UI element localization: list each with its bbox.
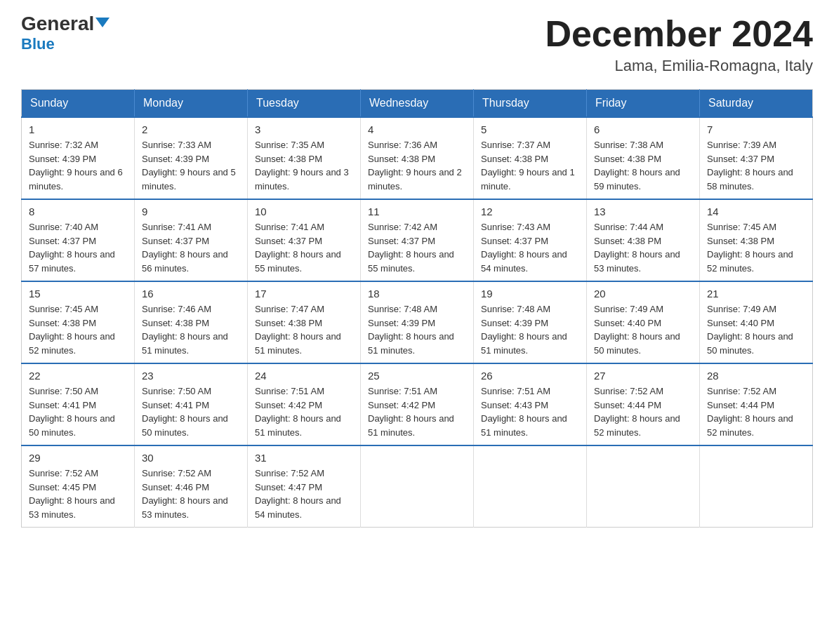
day-number: 3 xyxy=(255,123,353,135)
day-number: 15 xyxy=(29,288,127,300)
sunset-label: Sunset: 4:44 PM xyxy=(707,400,774,410)
sunrise-label: Sunrise: 7:37 AM xyxy=(481,140,550,150)
daylight-label: Daylight: 8 hours and 51 minutes. xyxy=(368,413,454,438)
day-number: 24 xyxy=(255,370,353,382)
sunrise-label: Sunrise: 7:39 AM xyxy=(707,140,776,150)
calendar-cell: 19 Sunrise: 7:48 AM Sunset: 4:39 PM Dayl… xyxy=(474,281,587,363)
day-info: Sunrise: 7:47 AM Sunset: 4:38 PM Dayligh… xyxy=(255,302,353,357)
day-info: Sunrise: 7:49 AM Sunset: 4:40 PM Dayligh… xyxy=(707,302,805,357)
sunset-label: Sunset: 4:42 PM xyxy=(368,400,435,410)
daylight-label: Daylight: 8 hours and 50 minutes. xyxy=(142,413,228,438)
calendar-cell: 21 Sunrise: 7:49 AM Sunset: 4:40 PM Dayl… xyxy=(700,281,813,363)
daylight-label: Daylight: 8 hours and 55 minutes. xyxy=(255,249,341,274)
daylight-label: Daylight: 8 hours and 51 minutes. xyxy=(368,331,454,356)
daylight-label: Daylight: 8 hours and 51 minutes. xyxy=(255,331,341,356)
logo-general: General xyxy=(21,14,110,34)
header-thursday: Thursday xyxy=(474,90,587,118)
daylight-label: Daylight: 8 hours and 56 minutes. xyxy=(142,249,228,274)
day-number: 7 xyxy=(707,123,805,135)
sunrise-label: Sunrise: 7:49 AM xyxy=(707,304,776,314)
day-number: 23 xyxy=(142,370,240,382)
day-number: 8 xyxy=(29,206,127,217)
day-number: 19 xyxy=(481,288,579,300)
sunset-label: Sunset: 4:39 PM xyxy=(368,318,435,328)
day-number: 17 xyxy=(255,288,353,300)
sunrise-label: Sunrise: 7:49 AM xyxy=(594,304,663,314)
daylight-label: Daylight: 8 hours and 51 minutes. xyxy=(481,413,567,438)
title-block: December 2024 Lama, Emilia-Romagna, Ital… xyxy=(545,14,813,75)
sunrise-label: Sunrise: 7:47 AM xyxy=(255,304,324,314)
day-info: Sunrise: 7:33 AM Sunset: 4:39 PM Dayligh… xyxy=(142,138,240,193)
day-number: 22 xyxy=(29,370,127,382)
sunrise-label: Sunrise: 7:51 AM xyxy=(255,386,324,396)
day-number: 11 xyxy=(368,206,466,217)
daylight-label: Daylight: 8 hours and 51 minutes. xyxy=(142,331,228,356)
sunrise-label: Sunrise: 7:45 AM xyxy=(707,222,776,232)
day-info: Sunrise: 7:43 AM Sunset: 4:37 PM Dayligh… xyxy=(481,220,579,275)
day-info: Sunrise: 7:38 AM Sunset: 4:38 PM Dayligh… xyxy=(594,138,692,193)
day-info: Sunrise: 7:51 AM Sunset: 4:42 PM Dayligh… xyxy=(255,384,353,439)
daylight-label: Daylight: 8 hours and 52 minutes. xyxy=(29,331,115,356)
sunset-label: Sunset: 4:38 PM xyxy=(481,154,548,164)
sunrise-label: Sunrise: 7:41 AM xyxy=(142,222,211,232)
sunset-label: Sunset: 4:43 PM xyxy=(481,400,548,410)
calendar-cell: 6 Sunrise: 7:38 AM Sunset: 4:38 PM Dayli… xyxy=(587,117,700,199)
day-info: Sunrise: 7:51 AM Sunset: 4:42 PM Dayligh… xyxy=(368,384,466,439)
calendar-week-2: 8 Sunrise: 7:40 AM Sunset: 4:37 PM Dayli… xyxy=(22,199,813,281)
sunset-label: Sunset: 4:40 PM xyxy=(594,318,661,328)
sunrise-label: Sunrise: 7:50 AM xyxy=(142,386,211,396)
sunrise-label: Sunrise: 7:43 AM xyxy=(481,222,550,232)
daylight-label: Daylight: 8 hours and 50 minutes. xyxy=(594,331,680,356)
sunset-label: Sunset: 4:39 PM xyxy=(481,318,548,328)
sunset-label: Sunset: 4:41 PM xyxy=(142,400,209,410)
daylight-label: Daylight: 9 hours and 2 minutes. xyxy=(368,167,462,192)
day-info: Sunrise: 7:37 AM Sunset: 4:38 PM Dayligh… xyxy=(481,138,579,193)
day-number: 20 xyxy=(594,288,692,300)
daylight-label: Daylight: 8 hours and 52 minutes. xyxy=(707,249,793,274)
sunrise-label: Sunrise: 7:32 AM xyxy=(29,140,98,150)
daylight-label: Daylight: 9 hours and 1 minute. xyxy=(481,167,575,192)
day-info: Sunrise: 7:50 AM Sunset: 4:41 PM Dayligh… xyxy=(29,384,127,439)
sunrise-label: Sunrise: 7:35 AM xyxy=(255,140,324,150)
daylight-label: Daylight: 8 hours and 59 minutes. xyxy=(594,167,680,192)
calendar-cell: 16 Sunrise: 7:46 AM Sunset: 4:38 PM Dayl… xyxy=(135,281,248,363)
header-friday: Friday xyxy=(587,90,700,118)
day-number: 18 xyxy=(368,288,466,300)
sunset-label: Sunset: 4:38 PM xyxy=(368,154,435,164)
calendar-cell: 8 Sunrise: 7:40 AM Sunset: 4:37 PM Dayli… xyxy=(22,199,135,281)
day-info: Sunrise: 7:35 AM Sunset: 4:38 PM Dayligh… xyxy=(255,138,353,193)
sunset-label: Sunset: 4:37 PM xyxy=(142,236,209,246)
daylight-label: Daylight: 9 hours and 3 minutes. xyxy=(255,167,349,192)
day-info: Sunrise: 7:40 AM Sunset: 4:37 PM Dayligh… xyxy=(29,220,127,275)
daylight-label: Daylight: 8 hours and 54 minutes. xyxy=(255,495,341,520)
day-info: Sunrise: 7:32 AM Sunset: 4:39 PM Dayligh… xyxy=(29,138,127,193)
sunrise-label: Sunrise: 7:36 AM xyxy=(368,140,437,150)
day-info: Sunrise: 7:50 AM Sunset: 4:41 PM Dayligh… xyxy=(142,384,240,439)
sunrise-label: Sunrise: 7:51 AM xyxy=(481,386,550,396)
day-info: Sunrise: 7:48 AM Sunset: 4:39 PM Dayligh… xyxy=(481,302,579,357)
day-info: Sunrise: 7:52 AM Sunset: 4:45 PM Dayligh… xyxy=(29,467,127,521)
sunset-label: Sunset: 4:44 PM xyxy=(594,400,661,410)
calendar-cell: 27 Sunrise: 7:52 AM Sunset: 4:44 PM Dayl… xyxy=(587,363,700,445)
day-number: 12 xyxy=(481,206,579,217)
calendar-week-5: 29 Sunrise: 7:52 AM Sunset: 4:45 PM Dayl… xyxy=(22,445,813,528)
calendar-cell: 31 Sunrise: 7:52 AM Sunset: 4:47 PM Dayl… xyxy=(248,445,361,528)
sunrise-label: Sunrise: 7:38 AM xyxy=(594,140,663,150)
sunrise-label: Sunrise: 7:51 AM xyxy=(368,386,437,396)
logo: General Blue xyxy=(21,14,110,53)
sunset-label: Sunset: 4:38 PM xyxy=(707,236,774,246)
daylight-label: Daylight: 8 hours and 57 minutes. xyxy=(29,249,115,274)
sunrise-label: Sunrise: 7:48 AM xyxy=(368,304,437,314)
day-number: 27 xyxy=(594,370,692,382)
daylight-label: Daylight: 8 hours and 52 minutes. xyxy=(594,413,680,438)
sunrise-label: Sunrise: 7:52 AM xyxy=(142,468,211,478)
daylight-label: Daylight: 8 hours and 54 minutes. xyxy=(481,249,567,274)
day-number: 4 xyxy=(368,123,466,135)
day-number: 29 xyxy=(29,452,127,464)
sunrise-label: Sunrise: 7:46 AM xyxy=(142,304,211,314)
day-info: Sunrise: 7:52 AM Sunset: 4:46 PM Dayligh… xyxy=(142,467,240,521)
daylight-label: Daylight: 8 hours and 53 minutes. xyxy=(29,495,115,520)
day-info: Sunrise: 7:46 AM Sunset: 4:38 PM Dayligh… xyxy=(142,302,240,357)
sunset-label: Sunset: 4:37 PM xyxy=(707,154,774,164)
sunset-label: Sunset: 4:39 PM xyxy=(142,154,209,164)
